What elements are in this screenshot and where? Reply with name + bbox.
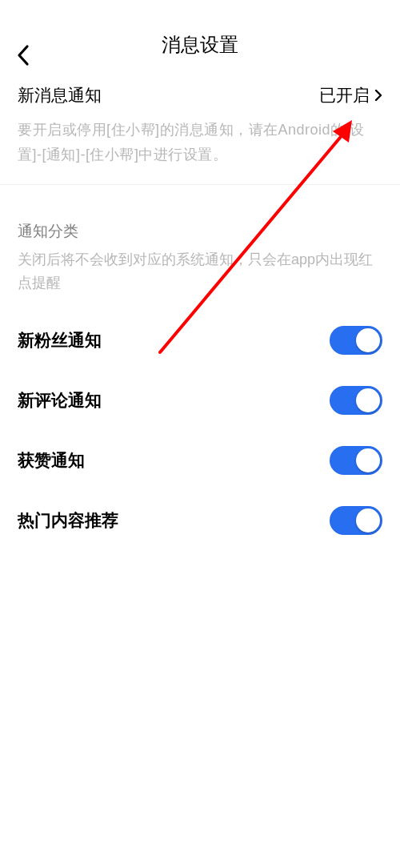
category-section: 通知分类 关闭后将不会收到对应的系统通知，只会在app内出现红点提醒 — [0, 185, 400, 303]
toggle-switch-likes[interactable] — [330, 446, 382, 475]
category-title: 通知分类 — [18, 221, 382, 242]
switch-knob — [356, 328, 380, 352]
toggle-switch-hot-recommend[interactable] — [330, 506, 382, 535]
chevron-left-icon — [16, 44, 32, 66]
header: 消息设置 — [0, 0, 400, 48]
notification-status-text: 已开启 — [319, 84, 370, 106]
switch-knob — [356, 508, 380, 532]
toggle-label: 获赞通知 — [18, 449, 85, 472]
toggle-list: 新粉丝通知 新评论通知 获赞通知 热门内容推荐 — [0, 303, 400, 559]
chevron-right-icon — [374, 89, 382, 102]
toggle-label: 新评论通知 — [18, 389, 102, 412]
toggle-switch-new-fans[interactable] — [330, 326, 382, 355]
notification-label: 新消息通知 — [18, 84, 102, 106]
toggle-new-fans: 新粉丝通知 — [18, 311, 382, 371]
category-desc: 关闭后将不会收到对应的系统通知，只会在app内出现红点提醒 — [18, 248, 382, 295]
toggle-switch-new-comment[interactable] — [330, 386, 382, 415]
toggle-new-comment: 新评论通知 — [18, 371, 382, 431]
notification-status-link[interactable]: 已开启 — [319, 84, 382, 106]
toggle-hot-recommend: 热门内容推荐 — [18, 491, 382, 551]
toggle-likes: 获赞通知 — [18, 431, 382, 491]
page-title: 消息设置 — [162, 32, 238, 58]
notification-section: 新消息通知 已开启 要开启或停用[住小帮]的消息通知，请在Android的[设置… — [0, 48, 400, 185]
switch-knob — [356, 388, 380, 412]
switch-knob — [356, 448, 380, 472]
toggle-label: 热门内容推荐 — [18, 509, 118, 532]
back-button[interactable] — [16, 44, 32, 70]
notification-desc: 要开启或停用[住小帮]的消息通知，请在Android的[设置]-[通知]-[住小… — [18, 118, 382, 167]
new-message-notification-row[interactable]: 新消息通知 已开启 — [18, 84, 382, 106]
toggle-label: 新粉丝通知 — [18, 329, 102, 352]
